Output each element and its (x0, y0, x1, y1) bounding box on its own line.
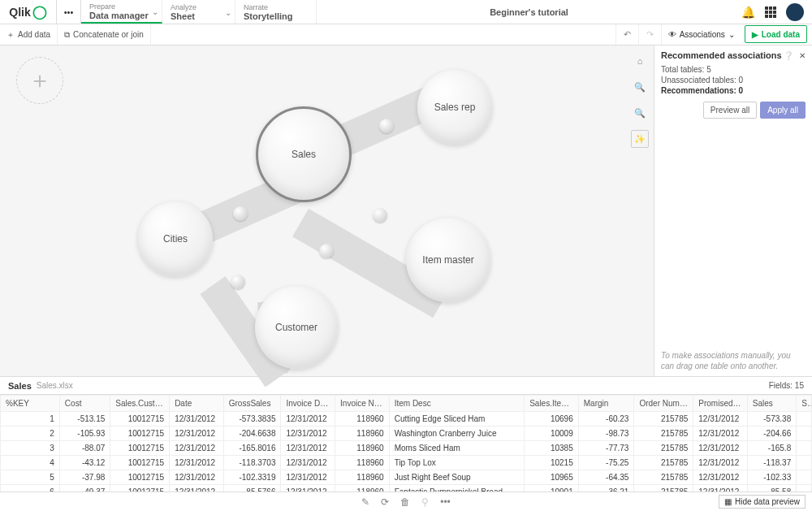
preview-all-button[interactable]: Preview all (703, 102, 757, 119)
avatar[interactable] (786, 3, 804, 21)
hide-data-preview-button[interactable]: ▦ Hide data preview (719, 495, 806, 509)
nav-analyze[interactable]: Analyze Sheet ⌄ (162, 0, 235, 24)
column-header[interactable]: GrossSales (223, 396, 281, 412)
column-header[interactable]: Order Number (634, 396, 693, 412)
add-bubble[interactable]: ＋ (16, 57, 63, 104)
edit-icon[interactable]: ✎ (361, 496, 369, 508)
bubble-sales-rep[interactable]: Sales rep (417, 70, 492, 145)
assoc-dot[interactable] (373, 208, 387, 223)
table-row[interactable]: 5-37.981001271512/31/2012-102.331912/31/… (1, 470, 812, 485)
data-preview-table[interactable]: %KEYCostSales.Custo…DateGrossSalesInvoic… (0, 394, 812, 492)
app-title: Beginner's tutorial (317, 0, 741, 24)
column-header[interactable]: Margin (578, 396, 634, 412)
associations-button[interactable]: 👁 Associations ⌄ (661, 24, 741, 45)
nav-prepare-label: Prepare (89, 2, 153, 11)
column-header[interactable]: Invoice Num… (335, 396, 390, 412)
chevron-down-icon[interactable]: ⌄ (152, 6, 158, 15)
assoc-dot[interactable] (233, 206, 248, 221)
redo-button[interactable]: ↷ (638, 24, 661, 45)
refresh-icon[interactable]: ⟳ (381, 496, 389, 508)
nav-narrate-value: Storytelling (244, 11, 308, 21)
bubble-sales[interactable]: Sales (256, 106, 352, 202)
total-tables: Total tables: 5 (661, 65, 806, 74)
trash-icon[interactable]: 🗑 (400, 496, 410, 508)
load-data-label: Load data (762, 30, 800, 39)
assoc-dot[interactable] (319, 244, 334, 258)
recommendations-panel: Recommended associations ❔ ✕ Total table… (654, 45, 812, 376)
bubble-customer[interactable]: Customer (255, 286, 338, 369)
add-data-button[interactable]: ＋ Add data (0, 24, 58, 45)
close-icon[interactable]: ✕ (799, 51, 806, 60)
bubble-cities[interactable]: Cities (138, 201, 213, 276)
chevron-down-icon[interactable]: ⌄ (728, 30, 735, 39)
chevron-down-icon[interactable]: ⌄ (225, 7, 231, 16)
table-file: Sales.xlsx (37, 381, 73, 390)
table-row[interactable]: 6-49.371001271512/31/2012-85.576612/31/2… (1, 485, 812, 492)
load-data-button[interactable]: ▶ Load data (745, 25, 807, 43)
concat-label: Concatenate or join (73, 30, 144, 39)
eye-icon: 👁 (668, 30, 676, 39)
search-icon[interactable]: 🔍 (631, 104, 649, 122)
concatenate-button[interactable]: ⧉ Concatenate or join (58, 24, 151, 45)
play-icon: ▶ (752, 30, 758, 39)
nav-narrate[interactable]: Narrate Storytelling (235, 0, 317, 24)
assoc-label: Associations (680, 30, 725, 39)
column-header[interactable]: Promised D… (693, 396, 748, 412)
table-row[interactable]: 1-513.151001271512/31/2012-573.383512/31… (1, 412, 812, 427)
more-icon[interactable]: ••• (440, 496, 451, 508)
undo-button[interactable]: ↶ (615, 24, 638, 45)
table-row[interactable]: 4-43.121001271512/31/2012-118.370312/31/… (1, 456, 812, 470)
panel-title: Recommended associations (661, 50, 782, 60)
apply-all-button[interactable]: Apply all (760, 102, 806, 119)
table-name: Sales (8, 381, 32, 391)
field-count: Fields: 15 (769, 381, 804, 390)
association-canvas[interactable]: ＋ Sales Sales rep Cities Item master Cus… (0, 45, 654, 376)
rec-count: Recommendations: 0 (661, 86, 806, 95)
column-header[interactable]: Date (170, 396, 224, 412)
column-header[interactable]: Invoice Date (281, 396, 335, 412)
table-row[interactable]: 2-105.931001271512/31/2012-204.663812/31… (1, 427, 812, 441)
nav-analyze-value: Sheet (171, 11, 227, 21)
bell-icon[interactable]: 🔔 (741, 6, 755, 19)
table-icon: ▦ (724, 497, 732, 506)
nav-narrate-label: Narrate (244, 3, 308, 11)
zoom-in-icon[interactable]: 🔍 (631, 78, 649, 96)
plus-icon: ＋ (6, 29, 15, 41)
app-logo[interactable]: Qlik◯ (0, 0, 57, 24)
nav-prepare[interactable]: Prepare Data manager ⌄ (81, 0, 162, 24)
help-icon[interactable]: ❔ (784, 51, 793, 60)
add-data-label: Add data (18, 30, 50, 39)
concat-icon: ⧉ (64, 30, 70, 40)
global-menu[interactable]: ••• (57, 0, 81, 24)
unlink-icon[interactable]: ⚲ (421, 496, 429, 508)
home-icon[interactable]: ⌂ (631, 52, 649, 70)
table-row[interactable]: 3-88.071001271512/31/2012-165.801612/31/… (1, 441, 812, 456)
unassoc-tables: Unassociated tables: 0 (661, 76, 806, 84)
column-header[interactable]: S (797, 396, 812, 412)
column-header[interactable]: %KEY (1, 396, 60, 412)
nav-prepare-value: Data manager (89, 11, 153, 20)
assoc-dot[interactable] (379, 119, 394, 133)
column-header[interactable]: Sales.Item N… (525, 396, 579, 412)
column-header[interactable]: Sales.Custo… (110, 396, 170, 412)
bubble-item-master[interactable]: Item master (406, 218, 490, 302)
column-header[interactable]: Item Desc (389, 396, 525, 412)
magic-wand-icon[interactable]: ✨ (631, 130, 649, 148)
column-header[interactable]: Cost (59, 396, 110, 412)
assoc-dot[interactable] (231, 275, 245, 289)
panel-hint: To make associations manually, you can d… (661, 350, 806, 371)
nav-analyze-label: Analyze (171, 3, 227, 11)
column-header[interactable]: Sales (747, 396, 796, 412)
apps-grid-icon[interactable] (765, 6, 776, 18)
